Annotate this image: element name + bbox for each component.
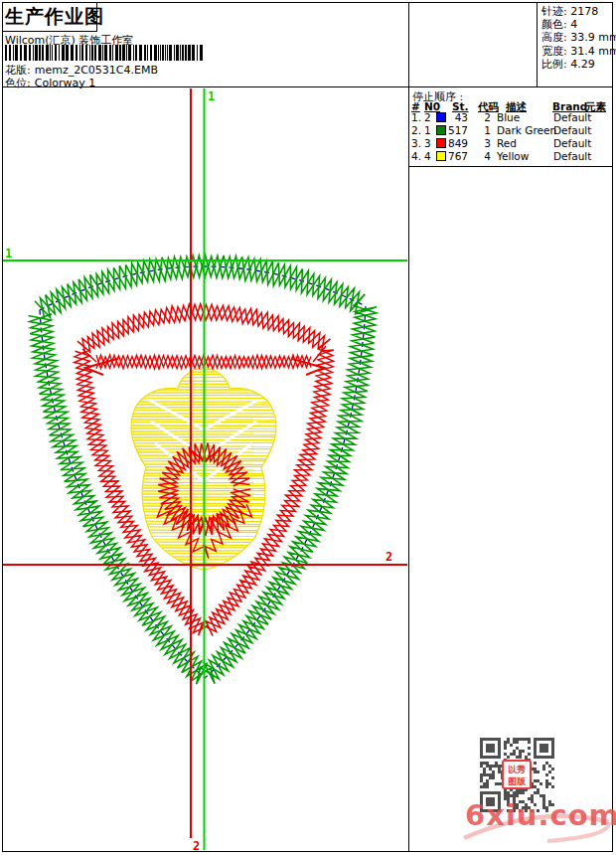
- stat-stitches: 针迹: 2178: [541, 5, 616, 18]
- cell-brand: Default: [553, 124, 591, 136]
- stats-divider: [537, 2, 538, 86]
- stat-width: 宽度: 31.4 mm: [541, 45, 616, 58]
- cell-description: Yellow: [497, 150, 529, 162]
- stat-height: 高度: 33.9 mm: [541, 31, 616, 44]
- cell-sequence: 4.: [411, 150, 421, 162]
- cell-description: Dark Green: [497, 124, 556, 136]
- cell-sequence: 2.: [411, 124, 421, 136]
- page-title: 生产作业图: [5, 4, 104, 30]
- cell-needle: 1: [424, 124, 431, 136]
- cell-stitch-count: 43: [445, 111, 468, 123]
- design-stats-panel: 针迹: 2178 颜色: 4 高度: 33.9 mm 宽度: 31.4 mm 比…: [541, 5, 616, 71]
- cell-description: Red: [497, 137, 517, 149]
- cell-sequence: 1.: [411, 111, 421, 123]
- cell-needle: 2: [424, 111, 431, 123]
- cell-stitch-count: 849: [445, 137, 468, 149]
- table-bottom-border: [408, 166, 613, 167]
- cell-code: 2: [479, 111, 491, 123]
- table-row: 3.38493RedDefault: [0, 137, 616, 150]
- table-row: 1.2432BlueDefault: [0, 111, 616, 124]
- stat-colors: 颜色: 4: [541, 18, 616, 31]
- colorway-value: Colorway 1: [35, 77, 95, 89]
- cell-brand: Default: [553, 111, 591, 123]
- cell-code: 3: [479, 137, 491, 149]
- cell-stitch-count: 517: [445, 124, 468, 136]
- colorway-line: 色位:Colorway 1: [5, 76, 95, 90]
- stat-scale: 比例: 4.29: [541, 58, 616, 71]
- colorway-label: 色位:: [5, 77, 31, 89]
- cell-stitch-count: 767: [445, 150, 468, 162]
- cell-code: 1: [479, 124, 491, 136]
- cell-needle: 3: [424, 137, 431, 149]
- production-worksheet: 生产作业图 Wilcom(汇京) 装饰工作室 花版:memz_2C0531C4.…: [0, 0, 616, 855]
- cell-code: 4: [479, 150, 491, 162]
- barcode-icon: [5, 45, 211, 61]
- cell-description: Blue: [497, 111, 520, 123]
- table-row: 4.47674YellowDefault: [0, 150, 616, 163]
- cell-sequence: 3.: [411, 137, 421, 149]
- cell-needle: 4: [424, 150, 431, 162]
- cell-brand: Default: [553, 137, 591, 149]
- qr-center-stamp: 以秀 图版: [502, 760, 532, 789]
- cell-brand: Default: [553, 150, 591, 162]
- watermark-text: 6xiu.com: [465, 798, 616, 832]
- table-row: 2.15171Dark GreenDefault: [0, 124, 616, 137]
